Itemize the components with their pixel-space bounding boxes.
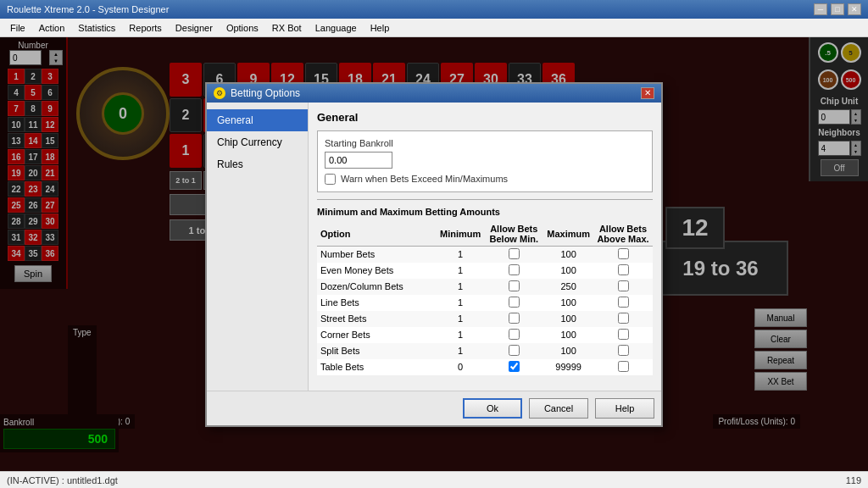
bet-min: 1 bbox=[437, 343, 484, 359]
dialog-icon: ⚙ bbox=[214, 87, 225, 99]
dialog-close-button[interactable]: ✕ bbox=[641, 87, 654, 99]
nav-general[interactable]: General bbox=[207, 109, 308, 131]
status-bar: (IN-ACTIVE) : untitled1.dgt 119 bbox=[0, 471, 868, 488]
maximize-button[interactable]: □ bbox=[831, 3, 844, 15]
allow-below-cb[interactable] bbox=[509, 329, 520, 340]
allow-below-cb[interactable] bbox=[509, 313, 520, 324]
allow-below-cb[interactable] bbox=[509, 248, 520, 259]
help-button[interactable]: Help bbox=[595, 398, 654, 419]
menu-designer[interactable]: Designer bbox=[169, 21, 220, 35]
bet-allow-below[interactable] bbox=[484, 311, 543, 327]
bet-allow-below[interactable] bbox=[484, 279, 543, 295]
allow-below-cb[interactable] bbox=[509, 264, 520, 275]
menu-bar: File Action Statistics Reports Designer … bbox=[0, 19, 868, 37]
bet-allow-below[interactable] bbox=[484, 327, 543, 343]
allow-above-cb[interactable] bbox=[618, 264, 629, 275]
bet-max: 100 bbox=[543, 327, 593, 343]
allow-above-cb[interactable] bbox=[618, 345, 629, 356]
bet-max: 100 bbox=[543, 295, 593, 311]
col-minimum: Minimum bbox=[437, 222, 484, 247]
menu-reports[interactable]: Reports bbox=[122, 21, 169, 35]
warn-checkbox[interactable] bbox=[325, 174, 336, 185]
minimize-button[interactable]: ─ bbox=[814, 3, 827, 15]
bet-row: Line Bets 1 100 bbox=[317, 295, 653, 311]
warn-label: Warn when Bets Exceed Min/Maximums bbox=[341, 174, 508, 184]
menu-rxbot[interactable]: RX Bot bbox=[265, 21, 309, 35]
dialog-title-label: Betting Options bbox=[231, 87, 300, 99]
bet-row: Number Bets 1 100 bbox=[317, 246, 653, 263]
bet-allow-above[interactable] bbox=[593, 279, 653, 295]
bet-allow-above[interactable] bbox=[593, 295, 653, 311]
bet-allow-above[interactable] bbox=[593, 359, 653, 375]
bet-option-name: Line Bets bbox=[317, 295, 437, 311]
bet-option-name: Dozen/Column Bets bbox=[317, 279, 437, 295]
allow-below-cb[interactable] bbox=[509, 297, 520, 308]
divider bbox=[317, 199, 653, 200]
bet-row: Even Money Bets 1 100 bbox=[317, 263, 653, 279]
menu-language[interactable]: Language bbox=[309, 21, 364, 35]
bankroll-box: Starting Bankroll Warn when Bets Exceed … bbox=[317, 130, 653, 192]
bet-allow-above[interactable] bbox=[593, 311, 653, 327]
bet-max: 100 bbox=[543, 343, 593, 359]
allow-below-cb[interactable] bbox=[509, 345, 520, 356]
col-allow-below: Allow BetsBelow Min. bbox=[484, 222, 543, 247]
title-bar: Roulette Xtreme 2.0 - System Designer ─ … bbox=[0, 0, 868, 19]
allow-below-cb[interactable] bbox=[509, 361, 520, 372]
bet-option-name: Street Bets bbox=[317, 311, 437, 327]
ok-button[interactable]: Ok bbox=[463, 398, 522, 419]
cancel-button[interactable]: Cancel bbox=[529, 398, 588, 419]
menu-help[interactable]: Help bbox=[364, 21, 397, 35]
allow-below-cb[interactable] bbox=[509, 280, 520, 291]
bet-allow-below[interactable] bbox=[484, 343, 543, 359]
col-maximum: Maximum bbox=[543, 222, 593, 247]
allow-above-cb[interactable] bbox=[618, 313, 629, 324]
nav-chip-currency[interactable]: Chip Currency bbox=[207, 131, 308, 153]
dialog-main-content: General Starting Bankroll Warn when Bets… bbox=[309, 103, 661, 391]
bet-options-table: Option Minimum Allow BetsBelow Min. Maxi… bbox=[317, 222, 653, 375]
allow-above-cb[interactable] bbox=[618, 280, 629, 291]
bet-max: 99999 bbox=[543, 359, 593, 375]
window-title: Roulette Xtreme 2.0 - System Designer bbox=[7, 4, 169, 14]
roulette-background: Number ▲ ▼ 12345678910111213141516171819… bbox=[0, 37, 868, 471]
bet-option-name: Table Bets bbox=[317, 359, 437, 375]
bet-table-body: Number Bets 1 100 Even Money Bets 1 100 … bbox=[317, 246, 653, 375]
bet-max: 250 bbox=[543, 279, 593, 295]
bet-row: Split Bets 1 100 bbox=[317, 343, 653, 359]
status-number: 119 bbox=[846, 475, 861, 485]
bet-min: 1 bbox=[437, 279, 484, 295]
menu-file[interactable]: File bbox=[3, 21, 32, 35]
bet-option-name: Corner Bets bbox=[317, 327, 437, 343]
minmax-title: Minimum and Maximum Betting Amounts bbox=[317, 207, 653, 217]
bet-max: 100 bbox=[543, 311, 593, 327]
bet-allow-below[interactable] bbox=[484, 359, 543, 375]
menu-statistics[interactable]: Statistics bbox=[71, 21, 122, 35]
starting-bankroll-input[interactable] bbox=[325, 152, 392, 169]
bet-option-name: Even Money Bets bbox=[317, 263, 437, 279]
allow-above-cb[interactable] bbox=[618, 297, 629, 308]
bet-allow-above[interactable] bbox=[593, 263, 653, 279]
menu-options[interactable]: Options bbox=[220, 21, 265, 35]
bet-max: 100 bbox=[543, 246, 593, 263]
menu-action[interactable]: Action bbox=[32, 21, 72, 35]
dialog-nav: General Chip Currency Rules bbox=[207, 103, 309, 391]
bet-allow-below[interactable] bbox=[484, 263, 543, 279]
bet-min: 1 bbox=[437, 327, 484, 343]
close-button[interactable]: ✕ bbox=[848, 3, 861, 15]
status-text: (IN-ACTIVE) : untitled1.dgt bbox=[7, 475, 118, 485]
bet-allow-below[interactable] bbox=[484, 295, 543, 311]
bet-allow-below[interactable] bbox=[484, 246, 543, 263]
bet-allow-above[interactable] bbox=[593, 246, 653, 263]
bet-allow-above[interactable] bbox=[593, 343, 653, 359]
starting-bankroll-label: Starting Bankroll bbox=[325, 138, 645, 148]
bet-min: 1 bbox=[437, 246, 484, 263]
col-option: Option bbox=[317, 222, 437, 247]
bet-allow-above[interactable] bbox=[593, 327, 653, 343]
bet-option-name: Number Bets bbox=[317, 246, 437, 263]
dialog-title-text: ⚙ Betting Options bbox=[214, 87, 300, 99]
warn-row: Warn when Bets Exceed Min/Maximums bbox=[325, 174, 645, 185]
allow-above-cb[interactable] bbox=[618, 248, 629, 259]
window-controls: ─ □ ✕ bbox=[814, 3, 861, 15]
allow-above-cb[interactable] bbox=[618, 361, 629, 372]
nav-rules[interactable]: Rules bbox=[207, 153, 308, 175]
allow-above-cb[interactable] bbox=[618, 329, 629, 340]
